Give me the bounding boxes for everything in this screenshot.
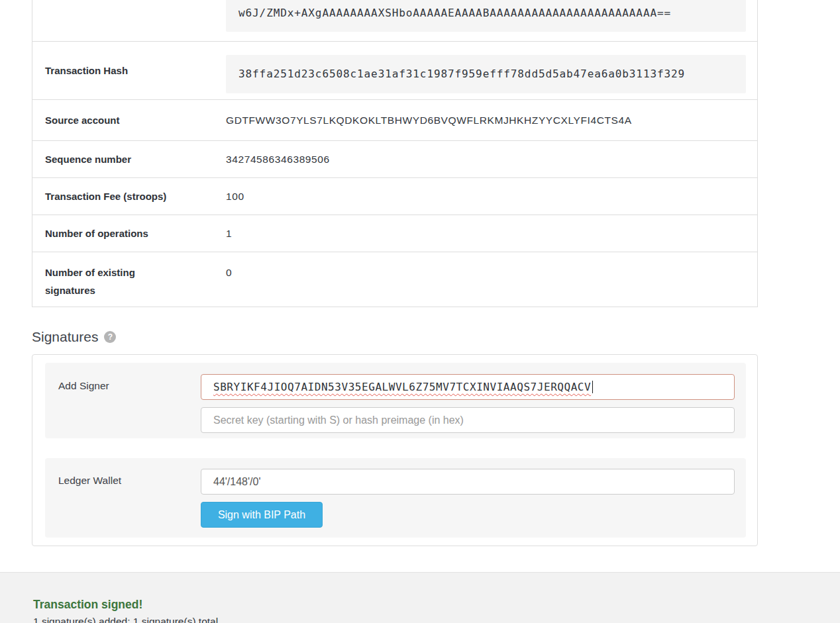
add-signer-panel: Add Signer SBRYIKF4JIOQ7AIDN53V35EGALWVL… xyxy=(45,363,746,438)
ledger-wallet-label: Ledger Wallet xyxy=(58,475,121,487)
table-row-existing-signatures: Number of existing signatures 0 xyxy=(32,252,757,307)
row-label: Sequence number xyxy=(32,152,226,166)
help-icon[interactable]: ? xyxy=(104,331,116,343)
table-row-xdr: AAAAAgAAAADmW1tu7Fy9rVBqcpcwnYD4WsKLitmT… xyxy=(32,0,757,42)
existing-signatures-value: 0 xyxy=(226,264,757,299)
number-of-operations-value: 1 xyxy=(226,226,757,240)
add-signer-value: SBRYIKF4JIOQ7AIDN53V35EGALWVL6Z75MV7TCXI… xyxy=(213,381,591,393)
bip-path-input[interactable] xyxy=(201,469,735,495)
source-account-value: GDTFWW3O7YLS7LKQDKOKLTBHWYD6BVQWFLRKMJHK… xyxy=(226,113,757,127)
sequence-number-value: 34274586346389506 xyxy=(226,152,757,166)
text-caret xyxy=(592,381,593,393)
table-row-source-account: Source account GDTFWW3O7YLS7LKQDKOKLTBHW… xyxy=(32,100,757,141)
row-label-xdr xyxy=(32,0,226,32)
status-title: Transaction signed! xyxy=(33,598,840,612)
table-row-transaction-fee: Transaction Fee (stroops) 100 xyxy=(32,178,757,215)
row-label: Source account xyxy=(32,113,226,127)
signatures-heading-text: Signatures xyxy=(32,329,98,345)
add-signer-label: Add Signer xyxy=(58,380,109,392)
status-detail: 1 signature(s) added; 1 signature(s) tot… xyxy=(33,616,840,623)
row-label: Number of existing signatures xyxy=(32,264,226,299)
row-value-xdr: AAAAAgAAAADmW1tu7Fy9rVBqcpcwnYD4WsKLitmT… xyxy=(226,0,757,32)
row-label: Transaction Fee (stroops) xyxy=(32,189,226,203)
table-row-number-of-operations: Number of operations 1 xyxy=(32,215,757,252)
transaction-hash-value: 38ffa251d23c6508c1ae31af31c1987f959efff7… xyxy=(226,55,746,93)
xdr-envelope-block: AAAAAgAAAADmW1tu7Fy9rVBqcpcwnYD4WsKLitmT… xyxy=(226,0,746,32)
add-signer-input[interactable]: SBRYIKF4JIOQ7AIDN53V35EGALWVL6Z75MV7TCXI… xyxy=(201,374,735,400)
table-row-sequence-number: Sequence number 34274586346389506 xyxy=(32,141,757,178)
row-value: 38ffa251d23c6508c1ae31af31c1987f959efff7… xyxy=(226,42,757,99)
table-row-hash: Transaction Hash 38ffa251d23c6508c1ae31a… xyxy=(32,42,757,100)
signatures-card: Add Signer SBRYIKF4JIOQ7AIDN53V35EGALWVL… xyxy=(32,354,758,546)
row-label: Transaction Hash xyxy=(32,64,226,77)
secret-key-input[interactable] xyxy=(201,407,735,433)
transaction-overview-table: AAAAAgAAAADmW1tu7Fy9rVBqcpcwnYD4WsKLitmT… xyxy=(32,0,758,307)
transaction-fee-value: 100 xyxy=(226,189,757,203)
transaction-signed-banner: Transaction signed! 1 signature(s) added… xyxy=(0,572,840,623)
ledger-wallet-panel: Ledger Wallet Sign with BIP Path xyxy=(45,458,746,538)
xdr-line-2: w6J/ZMDx+AXgAAAAAAAAXSHboAAAAAEAAAABAAAA… xyxy=(238,7,671,19)
sign-bip-path-button[interactable]: Sign with BIP Path xyxy=(201,502,323,528)
row-label: Number of operations xyxy=(32,226,226,240)
signatures-section-heading: Signatures ? xyxy=(32,329,116,345)
